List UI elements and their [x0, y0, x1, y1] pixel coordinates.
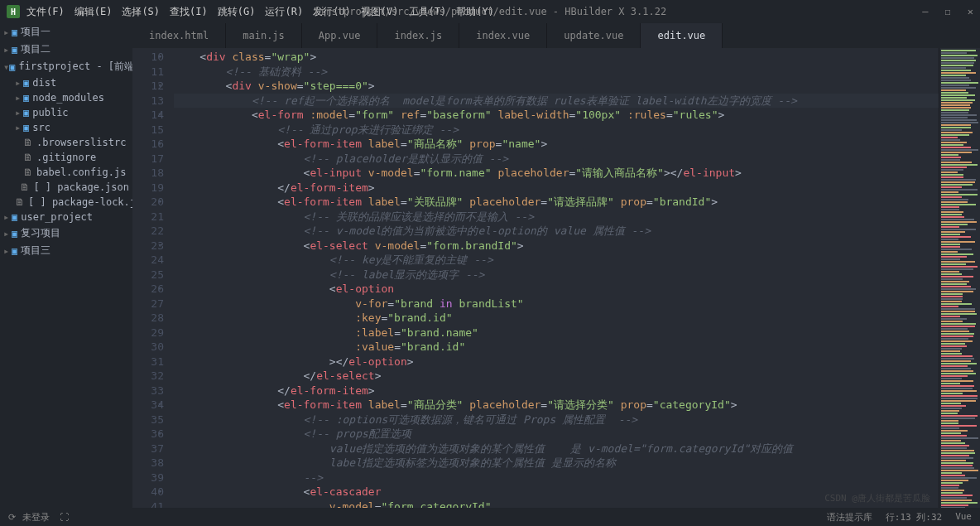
line-number: 38	[132, 456, 164, 471]
code-line[interactable]: v-for="brand in brandList"	[174, 297, 939, 311]
cursor-position[interactable]: 行:13 列:32	[886, 511, 942, 524]
chevron-icon: ▸	[3, 211, 12, 223]
editor-tab[interactable]: index.js	[377, 23, 459, 48]
editor-tab[interactable]: main.js	[226, 23, 302, 48]
language-mode[interactable]: Vue	[955, 511, 972, 524]
code-line[interactable]: <!-- :options可选项数据源，键名可通过 Props 属性配置 -->	[174, 413, 939, 427]
editor-tab[interactable]: update.vue	[547, 23, 641, 48]
code-line[interactable]: <el-form-item label="商品名称" prop="name">	[174, 137, 939, 152]
code-line[interactable]: <div v-show="step===0">	[174, 79, 939, 94]
code-line[interactable]: <el-option	[174, 282, 939, 297]
tree-folder[interactable]: ▸▣src	[0, 120, 132, 135]
line-number: 24	[132, 253, 164, 268]
line-number: 26▾	[132, 282, 164, 297]
menu-item[interactable]: 文件(F)	[26, 5, 65, 19]
code-line[interactable]: </el-select>	[174, 369, 939, 384]
code-line[interactable]: <!-- 关联的品牌应该是选择的而不是输入 -->	[174, 210, 939, 224]
code-line[interactable]: <!-- key是不能重复的主键 -->	[174, 253, 939, 268]
code-line[interactable]: </el-form-item>	[174, 181, 939, 195]
tree-folder[interactable]: ▸▣node_modules	[0, 90, 132, 105]
line-number: 40▾	[132, 485, 164, 499]
code-line[interactable]: <el-form :model="form" ref="baseform" la…	[174, 108, 939, 123]
minimap[interactable]	[939, 48, 980, 508]
code-line[interactable]: <!-- 通过prop来进行验证绑定 -->	[174, 123, 939, 138]
code-line[interactable]: <!-- ref起一个选择器的名 model是form表单的所有数据 rules…	[174, 94, 939, 109]
tree-folder[interactable]: ▸▣项目三	[0, 242, 132, 259]
code-line[interactable]: :key="brand.id"	[174, 311, 939, 326]
sync-icon[interactable]: ⟳	[8, 512, 16, 523]
line-number: 23▾	[132, 239, 164, 253]
code-line[interactable]: <el-form-item label="商品分类" placeholder="…	[174, 398, 939, 413]
editor-tab[interactable]: App.vue	[302, 23, 378, 48]
editor-tab[interactable]: edit.vue	[641, 23, 723, 48]
file-explorer[interactable]: ▸▣项目一▸▣项目二▾▣firstproject - [前端网页]▸▣dist▸…	[0, 23, 132, 508]
folder-icon: ▣	[23, 107, 29, 118]
line-number: 21	[132, 210, 164, 224]
file-icon: 🗎	[15, 196, 25, 208]
maximize-icon[interactable]: ☐	[945, 6, 951, 17]
code-line[interactable]: label指定选项标签为选项对象的某个属性值 是显示的名称	[174, 456, 939, 471]
syntax-hint[interactable]: 语法提示库	[827, 511, 872, 524]
tree-label: node_modules	[32, 92, 104, 104]
fold-icon[interactable]: ▾	[158, 427, 162, 442]
fold-icon[interactable]: ▾	[158, 282, 162, 297]
menu-item[interactable]: 编辑(E)	[74, 5, 113, 19]
tree-label: user_project	[21, 211, 93, 223]
login-status[interactable]: 未登录	[22, 511, 50, 524]
tree-file[interactable]: 🗎.gitignore	[0, 150, 132, 165]
close-icon[interactable]: ✕	[968, 6, 973, 17]
menu-item[interactable]: 运行(R)	[265, 5, 303, 19]
code-line[interactable]: -->	[174, 471, 939, 485]
line-number: 28	[132, 311, 164, 326]
tree-label: src	[32, 122, 50, 133]
tree-file[interactable]: 🗎[ ] package.json	[0, 180, 132, 195]
fold-icon[interactable]: ▾	[158, 137, 162, 152]
window-title: firstproject/src/views/product/edit.vue …	[314, 6, 666, 17]
code-line[interactable]: <el-form-item label="关联品牌" placeholder="…	[174, 195, 939, 210]
code-line[interactable]: <!-- 基础资料 -->	[174, 65, 939, 80]
tree-file[interactable]: 🗎babel.config.js	[0, 165, 132, 180]
menu-item[interactable]: 跳转(G)	[218, 5, 256, 19]
editor-tab[interactable]: index.vue	[459, 23, 547, 48]
tree-folder[interactable]: ▸▣user_project	[0, 210, 132, 224]
code-editor[interactable]: <div class="wrap"> <!-- 基础资料 --> <div v-…	[174, 48, 939, 508]
chevron-icon: ▸	[3, 44, 12, 55]
line-number: 30	[132, 340, 164, 355]
code-line[interactable]: <el-select v-model="form.brandId">	[174, 239, 939, 253]
code-line[interactable]: <!-- props配置选项	[174, 427, 939, 442]
editor-tab[interactable]: index.html	[132, 23, 226, 48]
tree-folder[interactable]: ▸▣dist	[0, 75, 132, 90]
tree-folder[interactable]: ▸▣项目二	[0, 41, 132, 58]
code-line[interactable]: :label="brand.name"	[174, 326, 939, 340]
tree-file[interactable]: 🗎[ ] package-lock.json	[0, 195, 132, 210]
code-line[interactable]: ></el-option>	[174, 355, 939, 369]
tree-label: 项目一	[21, 25, 50, 39]
tree-label: .gitignore	[36, 152, 96, 163]
fold-icon[interactable]: ▾	[158, 79, 162, 94]
code-line[interactable]: <!-- placeholder是默认显示的值 -->	[174, 152, 939, 166]
code-line[interactable]: <!-- v-model的值为当前被选中的el-option的 value 属性…	[174, 224, 939, 239]
fold-icon[interactable]: ▾	[158, 485, 162, 499]
tree-folder[interactable]: ▸▣项目一	[0, 23, 132, 41]
fold-icon[interactable]: ▾	[158, 50, 162, 65]
code-line[interactable]: value指定选项的值为选项对象的某个属性值 是 v-model="form.c…	[174, 442, 939, 456]
tree-folder[interactable]: ▸▣复习项目	[0, 224, 132, 242]
fold-icon[interactable]: ▾	[158, 108, 162, 123]
fold-icon[interactable]: ▾	[158, 195, 162, 210]
expand-icon[interactable]: ⛶	[60, 512, 69, 523]
code-line[interactable]: </el-form-item>	[174, 384, 939, 398]
line-number: 17	[132, 152, 164, 166]
menu-item[interactable]: 查找(I)	[170, 5, 208, 19]
minimize-icon[interactable]: —	[922, 6, 928, 17]
tree-file[interactable]: 🗎.browserslistrc	[0, 135, 132, 150]
menu-item[interactable]: 选择(S)	[122, 5, 160, 19]
tree-folder[interactable]: ▾▣firstproject - [前端网页]	[0, 58, 132, 75]
fold-icon[interactable]: ▾	[158, 239, 162, 253]
fold-icon[interactable]: ▾	[158, 398, 162, 413]
code-line[interactable]: <!-- label显示的选项字 -->	[174, 268, 939, 282]
tree-folder[interactable]: ▸▣public	[0, 105, 132, 120]
code-line[interactable]: <el-input v-model="form.name" placeholde…	[174, 166, 939, 181]
code-line[interactable]: <div class="wrap">	[174, 50, 939, 65]
folder-icon: ▣	[12, 44, 17, 55]
code-line[interactable]: :value="brand.id"	[174, 340, 939, 355]
